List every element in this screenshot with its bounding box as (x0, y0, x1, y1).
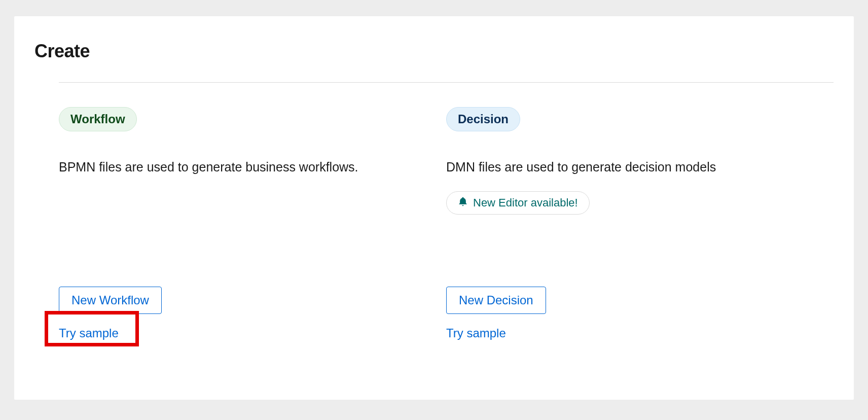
new-workflow-button[interactable]: New Workflow (59, 287, 162, 314)
decision-column: Decision DMN files are used to generate … (446, 107, 834, 340)
workflow-description: BPMN files are used to generate business… (59, 158, 363, 177)
workflow-tag: Workflow (59, 107, 137, 131)
decision-tag: Decision (446, 107, 520, 131)
decision-description: DMN files are used to generate decision … (446, 158, 750, 177)
workflow-column: Workflow BPMN files are used to generate… (59, 107, 446, 340)
columns: Workflow BPMN files are used to generate… (59, 107, 834, 340)
new-editor-notice-text: New Editor available! (473, 196, 578, 209)
try-sample-highlight-wrap: Try sample (59, 314, 119, 340)
divider (59, 82, 834, 83)
new-decision-button[interactable]: New Decision (446, 287, 546, 314)
decision-actions: New Decision Try sample (446, 287, 834, 340)
bell-icon (458, 196, 468, 210)
new-editor-notice[interactable]: New Editor available! (446, 191, 590, 215)
workflow-try-sample-link[interactable]: Try sample (59, 326, 119, 340)
create-card: Create Workflow BPMN files are used to g… (14, 16, 854, 400)
workflow-actions: New Workflow Try sample (59, 287, 446, 340)
decision-try-sample-link[interactable]: Try sample (446, 326, 506, 340)
page-title: Create (34, 41, 834, 62)
